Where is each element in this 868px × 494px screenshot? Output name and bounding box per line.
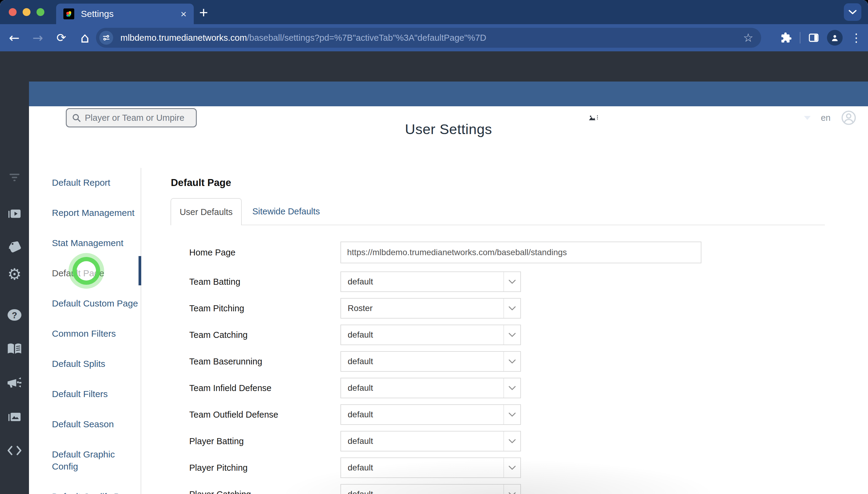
field-label: Player Catching <box>189 490 251 494</box>
settings-gear-icon[interactable]: ⚙ <box>0 266 29 282</box>
click-indicator <box>77 261 96 281</box>
page-title: User Settings <box>29 121 868 137</box>
tab-search-button[interactable] <box>844 3 861 21</box>
form-row: Team Baserunning default <box>171 351 711 372</box>
chevron-down-icon <box>504 484 520 494</box>
settings-menu-item[interactable]: Default Qualify By <box>52 491 142 494</box>
window-close-button[interactable] <box>9 8 17 16</box>
active-menu-indicator <box>139 256 141 285</box>
settings-menu-item[interactable]: Default Page <box>52 267 142 279</box>
tabs-divider <box>171 225 825 225</box>
reload-button[interactable]: ⟳ <box>54 31 69 44</box>
page-subheader-bar <box>29 81 868 106</box>
site-favicon <box>63 8 74 19</box>
section-title: Default Page <box>171 177 231 188</box>
site-header: TRUMEDIA Standings Scores Teams Players <box>0 51 868 81</box>
select-dropdown[interactable]: default <box>340 404 521 425</box>
form-row: Player Pitching default <box>171 457 711 478</box>
settings-menu-item[interactable]: Default Filters <box>52 388 142 400</box>
forward-button[interactable]: → <box>30 31 45 45</box>
chevron-down-icon <box>504 405 520 424</box>
default-page-form: Home Page Team Batting default Team Pitc… <box>171 242 711 494</box>
field-label: Team Pitching <box>189 303 244 314</box>
select-dropdown[interactable]: default <box>340 431 521 452</box>
field-label: Team Catching <box>189 330 248 340</box>
select-dropdown[interactable]: default <box>340 457 521 478</box>
chevron-down-icon <box>848 10 857 15</box>
home-page-input[interactable] <box>340 242 702 263</box>
form-row: Team Batting default <box>171 271 711 292</box>
media-gallery-icon[interactable] <box>0 410 29 424</box>
select-value: default <box>341 378 520 398</box>
announcements-megaphone-icon[interactable] <box>0 376 29 390</box>
browser-profile-avatar[interactable] <box>827 30 843 45</box>
settings-menu-item[interactable]: Default Season <box>52 418 142 430</box>
select-value: default <box>341 458 520 477</box>
code-icon[interactable] <box>0 445 29 457</box>
bookmark-star-icon[interactable]: ☆ <box>743 31 753 44</box>
site-settings-icon[interactable] <box>99 31 113 45</box>
home-button[interactable]: ⌂ <box>77 30 92 46</box>
browser-menu-icon[interactable]: ⋮ <box>850 31 862 44</box>
video-library-icon[interactable] <box>0 206 29 221</box>
select-value: default <box>341 325 520 344</box>
form-row: Team Catching default <box>171 325 711 345</box>
chevron-down-icon <box>504 432 520 451</box>
browser-tabstrip: Settings × + <box>0 0 868 24</box>
settings-menu-item[interactable]: Default Custom Page <box>52 298 142 309</box>
settings-menu-item[interactable]: Report Management <box>52 207 142 219</box>
browser-toolbar: ← → ⟳ ⌂ mlbdemo.trumedianetworks.com/bas… <box>0 24 868 51</box>
new-tab-button[interactable]: + <box>199 5 208 20</box>
select-dropdown[interactable]: default <box>340 484 521 494</box>
select-dropdown[interactable]: default <box>340 325 521 345</box>
chevron-down-icon <box>504 378 520 398</box>
tab-sitewide-defaults[interactable]: Sitewide Defaults <box>252 207 320 216</box>
form-row: Player Catching default <box>171 484 711 494</box>
field-label: Team Outfield Defense <box>189 410 278 420</box>
settings-menu-item[interactable]: Common Filters <box>52 328 142 340</box>
select-value: default <box>341 272 520 291</box>
select-dropdown[interactable]: default <box>340 351 521 372</box>
chevron-down-icon <box>504 458 520 477</box>
select-value: default <box>341 405 520 424</box>
settings-menu-item[interactable]: Default Report <box>52 177 142 189</box>
window-zoom-button[interactable] <box>37 8 44 16</box>
select-rows: Team Batting default Team Pitching Roste… <box>171 271 711 494</box>
field-label: Team Batting <box>189 277 240 287</box>
form-row: Team Infield Defense default <box>171 378 711 398</box>
tab-close-icon[interactable]: × <box>180 9 186 19</box>
select-dropdown[interactable]: default <box>340 271 521 292</box>
address-bar[interactable]: mlbdemo.trumedianetworks.com/baseball/se… <box>96 28 761 48</box>
glossary-book-icon[interactable] <box>0 342 29 356</box>
select-value: default <box>341 352 520 371</box>
back-button[interactable]: ← <box>7 31 22 45</box>
settings-menu-item[interactable]: Default Graphic Config <box>52 449 142 473</box>
select-value: default <box>341 432 520 451</box>
extensions-icon[interactable] <box>781 32 792 43</box>
tab-title: Settings <box>81 9 180 19</box>
form-row-home-page: Home Page <box>171 242 711 263</box>
filter-icon[interactable] <box>0 173 29 183</box>
select-dropdown[interactable]: default <box>340 378 521 398</box>
chevron-down-icon <box>504 299 520 318</box>
tag-icon[interactable] <box>0 240 29 254</box>
select-value: Roster <box>341 299 520 318</box>
tab-user-defaults[interactable]: User Defaults <box>171 198 242 225</box>
side-panel-icon[interactable] <box>808 32 819 43</box>
help-icon[interactable]: ? <box>0 309 29 322</box>
select-dropdown[interactable]: Roster <box>340 298 521 319</box>
field-label: Player Batting <box>189 436 244 446</box>
window-minimize-button[interactable] <box>23 8 31 16</box>
select-value: default <box>341 484 520 494</box>
toolbar-divider <box>800 32 801 43</box>
field-label: Team Baserunning <box>189 357 262 366</box>
chevron-down-icon <box>504 325 520 344</box>
svg-text:?: ? <box>12 310 17 320</box>
field-label: Player Pitching <box>189 463 248 473</box>
settings-menu-item[interactable]: Default Splits <box>52 358 142 370</box>
settings-menu-item[interactable]: Stat Management <box>52 237 142 249</box>
chevron-down-icon <box>504 272 520 291</box>
settings-menu: Default Report Report Management Stat Ma… <box>52 177 142 494</box>
browser-tab-settings[interactable]: Settings × <box>56 4 194 24</box>
form-row: Team Outfield Defense default <box>171 404 711 425</box>
